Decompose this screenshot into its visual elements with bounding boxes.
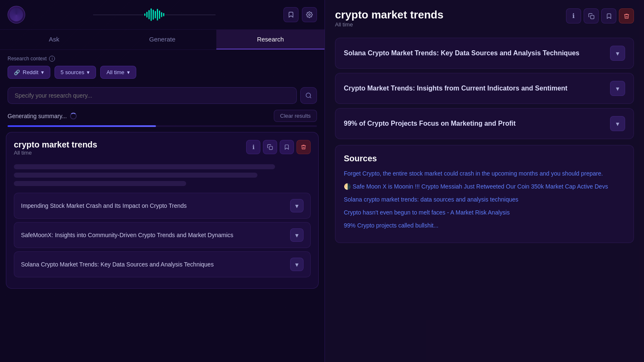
rp-info-btn[interactable]: ℹ bbox=[566, 8, 581, 23]
source-emoji-2: 🌗 bbox=[344, 183, 351, 190]
svg-rect-3 bbox=[269, 146, 273, 150]
rp-bookmark-btn[interactable] bbox=[601, 8, 616, 23]
result-chevron-1[interactable]: ▾ bbox=[290, 199, 304, 212]
voice-wave bbox=[30, 7, 278, 22]
rp-chevron-2[interactable]: ▾ bbox=[610, 81, 625, 96]
card-title: crypto market trends bbox=[14, 140, 97, 150]
source-link-3[interactable]: Solana crypto market trends: data source… bbox=[344, 195, 625, 204]
clear-results-btn[interactable]: Clear results bbox=[274, 110, 317, 122]
header-icons bbox=[283, 7, 317, 22]
rp-actions: ℹ bbox=[566, 8, 634, 23]
source-filter-btn[interactable]: 🔗 Reddit ▾ bbox=[8, 66, 50, 79]
result-item-1[interactable]: Impending Stock Market Crash and Its Imp… bbox=[14, 193, 311, 219]
search-row bbox=[0, 83, 325, 108]
rp-header: crypto market trends All time ℹ bbox=[335, 8, 634, 36]
settings-icon-btn[interactable] bbox=[302, 7, 317, 22]
svg-point-0 bbox=[309, 14, 310, 16]
sources-count-btn[interactable]: 5 sources ▾ bbox=[55, 66, 96, 79]
rp-chevron-3[interactable]: ▾ bbox=[610, 116, 625, 131]
logo bbox=[8, 6, 25, 23]
rp-delete-btn[interactable] bbox=[619, 8, 634, 23]
generating-status: Generating summary... bbox=[8, 113, 77, 119]
result-chevron-3[interactable]: ▾ bbox=[290, 258, 304, 271]
source-link-2[interactable]: 🌗 Safe Moon X is Moonin !!! Crypto Messi… bbox=[344, 182, 625, 191]
search-input-wrap bbox=[8, 87, 297, 104]
sources-dropdown-icon: ▾ bbox=[87, 69, 90, 75]
tab-generate[interactable]: Generate bbox=[108, 30, 216, 49]
link-icon: 🔗 bbox=[14, 70, 20, 75]
wave-bars bbox=[144, 8, 164, 21]
tab-research[interactable]: Research bbox=[216, 30, 325, 49]
research-context: Research context i 🔗 Reddit ▾ 5 sources … bbox=[0, 50, 325, 83]
left-panel: Ask Generate Research Research context i… bbox=[0, 0, 325, 362]
tab-ask[interactable]: Ask bbox=[0, 30, 108, 49]
card-actions: ℹ bbox=[246, 140, 311, 154]
filters-row: 🔗 Reddit ▾ 5 sources ▾ All time ▾ bbox=[8, 66, 317, 79]
search-submit-btn[interactable] bbox=[300, 87, 317, 104]
rp-result-item-1[interactable]: Solana Crypto Market Trends: Key Data So… bbox=[335, 38, 634, 69]
source-link-1[interactable]: Forget Crypto, the entire stock market c… bbox=[344, 169, 625, 178]
rp-copy-btn[interactable] bbox=[584, 8, 599, 23]
rp-result-item-3[interactable]: 99% of Crypto Projects Focus on Marketin… bbox=[335, 108, 634, 139]
card-info-btn[interactable]: ℹ bbox=[246, 140, 260, 154]
sources-section: Sources Forget Crypto, the entire stock … bbox=[335, 145, 634, 243]
rp-result-item-2[interactable]: Crypto Market Trends: Insights from Curr… bbox=[335, 73, 634, 104]
card-title-wrap: crypto market trends All time bbox=[14, 140, 97, 162]
card-delete-btn[interactable] bbox=[296, 140, 311, 154]
time-dropdown-icon: ▾ bbox=[127, 69, 130, 75]
card-bookmark-btn[interactable] bbox=[280, 140, 294, 154]
loading-spinner bbox=[70, 113, 77, 119]
context-label: Research context i bbox=[8, 56, 317, 62]
rp-title: crypto market trends bbox=[335, 8, 444, 21]
card-header: crypto market trends All time ℹ bbox=[14, 140, 311, 162]
results-card: crypto market trends All time ℹ bbox=[6, 132, 319, 289]
rp-chevron-1[interactable]: ▾ bbox=[610, 46, 625, 61]
result-item-3[interactable]: Solana Crypto Market Trends: Key Data So… bbox=[14, 251, 311, 277]
result-item-2[interactable]: SafeMoonX: Insights into Community-Drive… bbox=[14, 222, 311, 248]
search-input[interactable] bbox=[8, 87, 297, 104]
sources-title: Sources bbox=[344, 154, 625, 163]
progress-bar-fill bbox=[8, 125, 156, 127]
card-copy-btn[interactable] bbox=[263, 140, 277, 154]
source-dropdown-icon: ▾ bbox=[41, 69, 44, 75]
svg-line-2 bbox=[310, 97, 311, 98]
source-link-5[interactable]: 99% Crypto projects called bullshit... bbox=[344, 221, 625, 230]
result-chevron-2[interactable]: ▾ bbox=[290, 228, 304, 242]
tabs-row: Ask Generate Research bbox=[0, 30, 325, 50]
header bbox=[0, 0, 325, 30]
svg-point-1 bbox=[306, 93, 311, 98]
rp-subtitle: All time bbox=[335, 21, 444, 28]
rp-title-wrap: crypto market trends All time bbox=[335, 8, 444, 36]
source-link-4[interactable]: Crypto hasn't even begun to melt faces -… bbox=[344, 208, 625, 217]
skeleton-lines bbox=[14, 164, 311, 186]
skeleton-line-1 bbox=[14, 164, 275, 169]
progress-bar-bg bbox=[8, 125, 317, 127]
context-info-icon[interactable]: i bbox=[49, 56, 55, 62]
generating-row: Generating summary... Clear results bbox=[0, 108, 325, 125]
svg-rect-4 bbox=[590, 15, 594, 18]
skeleton-line-2 bbox=[14, 173, 257, 178]
results-area: crypto market trends All time ℹ bbox=[0, 132, 325, 362]
time-filter-btn[interactable]: All time ▾ bbox=[100, 66, 136, 79]
card-subtitle: All time bbox=[14, 150, 97, 156]
progress-bar-wrap bbox=[0, 125, 325, 132]
bookmark-icon-btn[interactable] bbox=[283, 7, 299, 22]
skeleton-line-3 bbox=[14, 181, 186, 186]
right-panel: crypto market trends All time ℹ bbox=[325, 0, 644, 362]
